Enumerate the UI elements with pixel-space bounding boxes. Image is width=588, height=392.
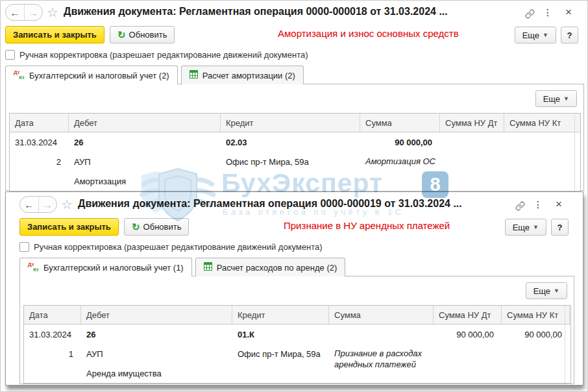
chevron-down-icon: ▼ (554, 288, 559, 294)
forward-icon: → (29, 7, 38, 18)
refresh-button[interactable]: ↻ Обновить (124, 218, 189, 236)
favorite-star-icon[interactable]: ☆ (47, 5, 58, 20)
tab-rent-expenses-calc[interactable]: Расчет расходов по аренде (2) (195, 258, 346, 276)
cell-date: 31.03.2024 (24, 325, 81, 344)
help-button[interactable]: ? (561, 27, 578, 43)
cell-date: 31.03.2024 (10, 132, 69, 152)
tab-label: Бухгалтерский и налоговый учет (2) (29, 71, 169, 80)
col-header: Дата (24, 306, 81, 324)
manual-adjustment-label: Ручная корректировка (разрешает редактир… (19, 50, 308, 60)
col-header: Дебет (69, 114, 221, 132)
nav-history-group: ← → (19, 196, 57, 213)
save-and-close-button[interactable]: Записать и закрыть (5, 26, 104, 43)
back-button[interactable]: ← (6, 5, 25, 20)
toolbar: Записать и закрыть ↻ Обновить Признание … (15, 218, 578, 236)
close-icon[interactable]: × (563, 6, 574, 18)
manual-adjustment-checkbox[interactable] (5, 50, 15, 60)
cell-line-number: 1 (24, 344, 81, 363)
postings-table: Дата Дебет Кредит Сумма Сумма НУ Дт Сумм… (9, 113, 581, 191)
more-button[interactable]: Еще ▼ (505, 219, 546, 236)
chevron-down-icon: ▼ (533, 224, 539, 230)
movements-panel: Еще ▼ Дата Дебет Кредит Сумма Сумма НУ Д… (19, 276, 574, 384)
manual-adjustment-checkbox[interactable] (19, 242, 29, 252)
cell-comment: Признание в расходах арендных платежей (329, 344, 434, 363)
manual-adjustment-label: Ручная корректировка (разрешает редактир… (34, 242, 323, 252)
cell-credit-analytics: Офис пр-т Мира, 59а (232, 344, 329, 363)
cell-debit-account: 26 (81, 325, 232, 344)
chevron-down-icon: ▼ (563, 95, 569, 102)
operation-annotation: Признание в НУ арендных платежей (284, 220, 450, 231)
col-header: Кредит (221, 114, 360, 132)
nav-history-group: ← → (5, 4, 43, 21)
movements-panel: Еще ▼ Дата Дебет Кредит Сумма Сумма НУ Д… (5, 84, 584, 191)
manual-adjustment-row: Ручная корректировка (разрешает редактир… (5, 49, 308, 60)
col-header: Сумма (329, 306, 434, 324)
window-title: Движения документа: Регламентная операци… (78, 198, 462, 210)
table-row[interactable]: 2 АУП Офис пр-т Мира, 59а Амортизация ОС (10, 152, 580, 171)
back-icon: ← (24, 199, 34, 210)
forward-button[interactable]: → (39, 197, 57, 212)
tab-depreciation-calc[interactable]: Расчет амортизации (2) (181, 66, 304, 84)
save-and-close-button[interactable]: Записать и закрыть (19, 218, 119, 236)
tab-label: Расчет амортизации (2) (202, 71, 295, 80)
header-gutter (575, 114, 580, 132)
more-label: Еще (522, 31, 539, 40)
scrollbar-gutter[interactable] (574, 114, 575, 191)
col-header: Сумма НУ Кт (504, 114, 575, 132)
tab-label: Бухгалтерский и налоговый учет (1) (43, 263, 184, 273)
help-button[interactable]: ? (551, 219, 569, 236)
cell-debit-analytics: Аренда имущества (81, 363, 232, 383)
cell-sum-nu-dt: 90 000,00 (434, 325, 502, 344)
col-header: Дебет (81, 306, 232, 324)
kebab-menu-icon[interactable]: ⋮ (542, 6, 554, 18)
manual-adjustment-row: Ручная корректировка (разрешает редактир… (19, 241, 323, 252)
cell-sum: 90 000,00 (360, 132, 440, 152)
table-row[interactable]: Амортизация (10, 171, 580, 191)
scrollbar-gutter[interactable] (565, 306, 565, 383)
cell-debit-analytics: АУП (81, 344, 232, 363)
cell-credit-account: 01.К (232, 325, 329, 344)
col-header: Сумма НУ Дт (434, 306, 502, 324)
table-row[interactable]: 1 АУП Офис пр-т Мира, 59а Признание в ра… (24, 344, 570, 363)
cell-comment: Амортизация ОС (360, 152, 440, 171)
kebab-menu-icon[interactable]: ⋮ (532, 199, 544, 210)
forward-icon: → (43, 199, 53, 210)
more-button[interactable]: Еще ▼ (515, 27, 556, 43)
col-header: Кредит (232, 306, 329, 324)
refresh-button[interactable]: ↻ Обновить (110, 26, 175, 43)
grid-more-button[interactable]: Еще ▼ (526, 282, 567, 299)
forward-button[interactable]: → (25, 5, 43, 20)
toolbar: Записать и закрыть ↻ Обновить Амортизаци… (1, 26, 587, 44)
table-row[interactable]: 31.03.2024 26 02.03 90 000,00 (10, 132, 580, 152)
header-gutter (570, 306, 570, 324)
col-header: Сумма (360, 114, 440, 132)
grid-more-button[interactable]: Еще ▼ (535, 90, 577, 107)
tab-accounting-tax[interactable]: Дт Кт Бухгалтерский и налоговый учет (1) (19, 258, 192, 276)
document-movements-window-0000-000018: ← → ☆ Движения документа: Регламентная о… (1, 1, 587, 191)
refresh-label: Обновить (143, 222, 182, 232)
tab-bar: Дт Кт Бухгалтерский и налоговый учет (1)… (19, 258, 345, 276)
table-row[interactable]: 31.03.2024 26 01.К 90 000,00 90 000,00 (24, 325, 570, 344)
chevron-down-icon: ▼ (543, 32, 548, 38)
tab-accounting-tax[interactable]: Дт Кт Бухгалтерский и налоговый учет (2) (5, 66, 178, 84)
debit-credit-icon: Дт Кт (28, 262, 39, 273)
get-link-icon[interactable] (514, 200, 526, 212)
table-row[interactable]: Аренда имущества (24, 363, 570, 383)
back-button[interactable]: ← (20, 197, 39, 212)
refresh-icon: ↻ (117, 30, 126, 40)
cell-line-number: 2 (10, 152, 69, 171)
green-table-icon (190, 70, 198, 80)
window-title: Движения документа: Регламентная операци… (64, 6, 448, 18)
get-link-icon[interactable] (524, 8, 535, 19)
cell-debit-account: 26 (69, 132, 221, 152)
cell-sum-nu-kt: 90 000,00 (502, 325, 570, 344)
col-header: Сумма НУ Кт (502, 306, 570, 324)
more-label: Еще (513, 223, 530, 232)
cell-credit-account: 02.03 (221, 132, 360, 152)
favorite-star-icon[interactable]: ☆ (61, 197, 73, 212)
close-icon[interactable]: × (553, 199, 565, 210)
cell-credit-analytics: Офис пр-т Мира, 59а (221, 152, 360, 171)
col-header: Сумма НУ Дт (440, 114, 504, 132)
debit-credit-icon: Дт Кт (14, 70, 25, 80)
tab-label: Расчет расходов по аренде (2) (217, 263, 337, 273)
